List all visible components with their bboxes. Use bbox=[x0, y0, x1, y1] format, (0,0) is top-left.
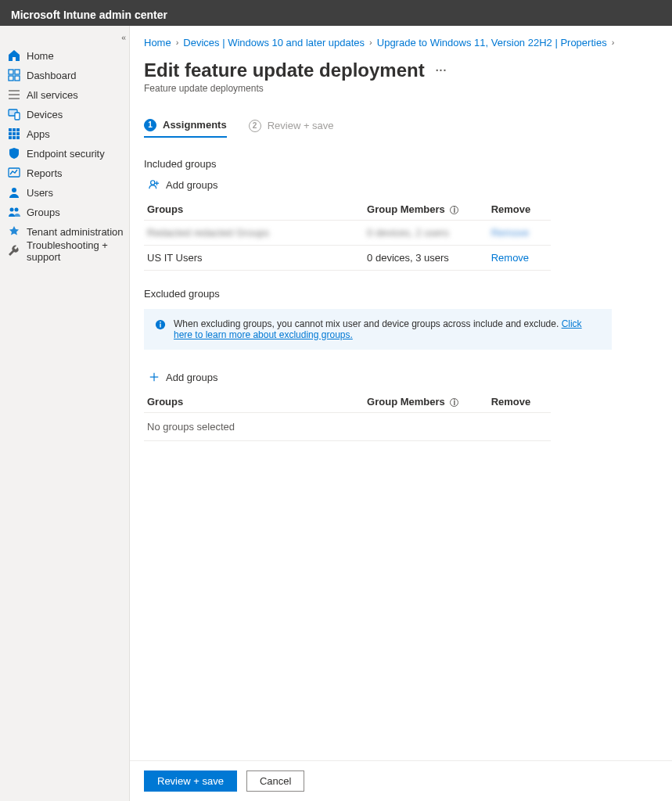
svg-rect-9 bbox=[9, 128, 12, 131]
group-name: US IT Users bbox=[147, 252, 203, 264]
th-groups: Groups bbox=[144, 391, 364, 413]
add-person-icon bbox=[149, 179, 160, 190]
sidebar-item-label: All services bbox=[27, 89, 78, 101]
svg-rect-0 bbox=[9, 70, 13, 74]
excluded-groups-table: Groups Group Members i Remove bbox=[144, 391, 551, 413]
sidebar-item-reports[interactable]: Reports bbox=[0, 163, 129, 183]
app-title: Microsoft Intune admin center bbox=[11, 9, 167, 21]
chevron-right-icon: › bbox=[369, 38, 372, 47]
home-icon bbox=[8, 49, 20, 62]
svg-rect-13 bbox=[13, 132, 16, 135]
sidebar-item-label: Groups bbox=[27, 207, 60, 218]
th-members: Group Members i bbox=[364, 391, 488, 413]
group-name: Redacted redacted Groups bbox=[147, 227, 269, 239]
step-label: Review + save bbox=[268, 120, 334, 131]
remove-group-link[interactable]: Remove bbox=[491, 227, 529, 239]
troubleshoot-icon bbox=[8, 245, 20, 257]
footer-bar: Review + save Cancel bbox=[130, 760, 672, 801]
add-excluded-groups-button[interactable]: Add groups bbox=[144, 368, 223, 386]
excluded-groups-tip: When excluding groups, you cannot mix us… bbox=[144, 309, 612, 350]
apps-icon bbox=[8, 128, 20, 140]
more-actions-icon[interactable]: ··· bbox=[436, 64, 447, 77]
sidebar-item-label: Tenant administration bbox=[27, 226, 124, 238]
svg-point-27 bbox=[160, 321, 161, 322]
tenant-admin-icon bbox=[8, 225, 20, 238]
sidebar-item-label: Troubleshooting + support bbox=[27, 239, 129, 263]
page-subtitle: Feature update deployments bbox=[144, 83, 658, 94]
included-groups-table: Groups Group Members i Remove Redacted r… bbox=[144, 199, 551, 271]
page-title: Edit feature update deployment bbox=[144, 59, 425, 81]
endpoint-security-icon bbox=[8, 147, 20, 160]
svg-point-22 bbox=[151, 181, 155, 185]
groups-icon bbox=[8, 206, 20, 218]
sidebar-item-troubleshoot[interactable]: Troubleshooting + support bbox=[0, 242, 129, 261]
step-number: 2 bbox=[249, 120, 261, 132]
sidebar-item-label: Endpoint security bbox=[27, 148, 105, 160]
sidebar-item-label: Home bbox=[27, 50, 54, 62]
info-icon[interactable]: i bbox=[450, 206, 458, 214]
sidebar-item-tenant-admin[interactable]: Tenant administration bbox=[0, 222, 129, 242]
sidebar-item-devices[interactable]: Devices bbox=[0, 105, 129, 124]
info-icon[interactable]: i bbox=[450, 398, 458, 407]
sidebar-item-label: Reports bbox=[27, 167, 63, 179]
remove-group-link[interactable]: Remove bbox=[491, 252, 529, 264]
step-review-save[interactable]: 2 Review + save bbox=[249, 120, 334, 137]
wizard-steps: 1 Assignments 2 Review + save bbox=[130, 97, 672, 142]
group-members: 0 devices, 3 users bbox=[367, 252, 449, 264]
plus-icon bbox=[149, 372, 160, 383]
sidebar-item-apps[interactable]: Apps bbox=[0, 124, 129, 144]
cancel-button[interactable]: Cancel bbox=[246, 770, 304, 792]
svg-point-21 bbox=[15, 208, 19, 212]
users-icon bbox=[8, 186, 20, 199]
review-save-button[interactable]: Review + save bbox=[144, 770, 237, 792]
th-remove: Remove bbox=[488, 199, 551, 221]
info-icon bbox=[155, 319, 166, 332]
sidebar-item-dashboard[interactable]: Dashboard bbox=[0, 66, 129, 85]
sidebar-item-endpoint-security[interactable]: Endpoint security bbox=[0, 144, 129, 163]
step-number: 1 bbox=[144, 119, 156, 131]
sidebar-item-label: Users bbox=[27, 187, 53, 199]
sidebar-item-users[interactable]: Users bbox=[0, 183, 129, 203]
th-groups: Groups bbox=[144, 199, 364, 221]
breadcrumb: Home › Devices | Windows 10 and later up… bbox=[130, 26, 672, 53]
breadcrumb-devices-updates[interactable]: Devices | Windows 10 and later updates bbox=[183, 37, 365, 48]
reports-icon bbox=[8, 167, 20, 179]
main-content: Home › Devices | Windows 10 and later up… bbox=[130, 26, 672, 802]
svg-rect-2 bbox=[9, 76, 13, 81]
add-excluded-label: Add groups bbox=[166, 372, 218, 383]
sidebar-item-label: Devices bbox=[27, 109, 63, 120]
th-members: Group Members i bbox=[364, 199, 488, 221]
titlebar: Microsoft Intune admin center bbox=[0, 4, 672, 26]
sidebar-item-label: Apps bbox=[27, 128, 50, 140]
add-included-groups-button[interactable]: Add groups bbox=[144, 176, 223, 194]
all-services-icon bbox=[8, 88, 20, 101]
svg-point-19 bbox=[12, 188, 16, 192]
sidebar-item-all-services[interactable]: All services bbox=[0, 85, 129, 105]
svg-point-20 bbox=[10, 208, 14, 212]
sidebar-item-home[interactable]: Home bbox=[0, 46, 129, 66]
svg-rect-12 bbox=[9, 132, 12, 135]
sidebar-item-groups[interactable]: Groups bbox=[0, 203, 129, 222]
svg-rect-15 bbox=[9, 136, 12, 139]
step-label: Assignments bbox=[163, 119, 227, 131]
group-members: 0 devices, 2 users bbox=[367, 227, 449, 239]
svg-rect-3 bbox=[15, 76, 20, 81]
svg-rect-17 bbox=[16, 136, 20, 139]
sidebar-collapse-icon[interactable]: « bbox=[121, 31, 123, 43]
dashboard-icon bbox=[8, 69, 20, 81]
svg-rect-11 bbox=[16, 128, 20, 131]
th-remove: Remove bbox=[488, 391, 551, 413]
th-members-text: Group Members bbox=[367, 203, 445, 215]
breadcrumb-home[interactable]: Home bbox=[144, 37, 171, 48]
sidebar: « Home Dashboard All services Devices Ap… bbox=[0, 26, 130, 802]
excluded-empty-message: No groups selected bbox=[144, 413, 551, 441]
svg-rect-10 bbox=[13, 128, 16, 131]
breadcrumb-properties[interactable]: Upgrade to Windows 11, Version 22H2 | Pr… bbox=[377, 37, 607, 48]
svg-rect-1 bbox=[15, 70, 20, 74]
svg-rect-8 bbox=[15, 113, 20, 120]
sidebar-item-label: Dashboard bbox=[27, 70, 77, 81]
step-assignments[interactable]: 1 Assignments bbox=[144, 119, 227, 138]
included-groups-heading: Included groups bbox=[144, 158, 658, 170]
chevron-right-icon: › bbox=[612, 38, 615, 47]
svg-rect-14 bbox=[16, 132, 20, 135]
